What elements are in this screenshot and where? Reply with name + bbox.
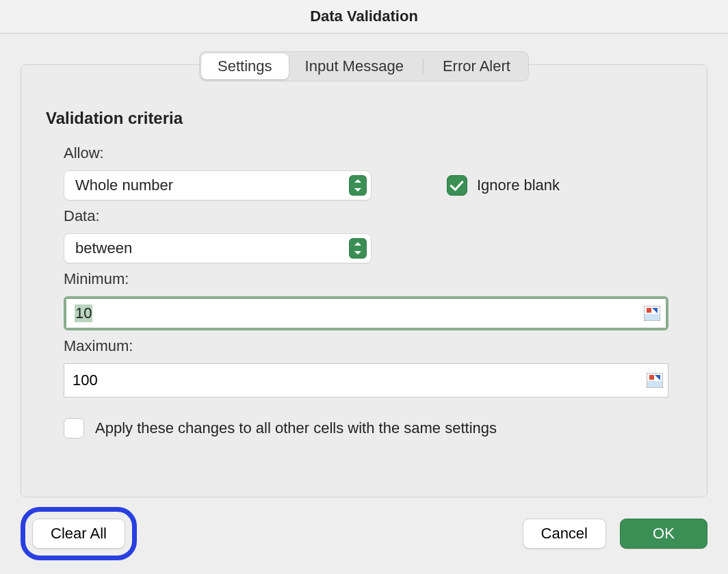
updown-chevron-icon xyxy=(349,238,367,259)
minimum-label: Minimum: xyxy=(64,270,685,288)
tab-separator xyxy=(423,59,424,74)
dialog-title: Data Validation xyxy=(0,0,728,34)
apply-all-label: Apply these changes to all other cells w… xyxy=(95,419,497,437)
updown-chevron-icon xyxy=(349,175,367,196)
tab-group: Settings Input Message Error Alert xyxy=(199,51,529,81)
data-value: between xyxy=(75,239,132,257)
cell-reference-icon[interactable] xyxy=(647,373,663,388)
maximum-field-wrap xyxy=(64,363,668,397)
ignore-blank-checkbox[interactable]: Ignore blank xyxy=(447,175,560,196)
minimum-field-wrap: 10 xyxy=(64,296,668,330)
clear-all-button[interactable]: Clear All xyxy=(32,519,125,549)
minimum-input[interactable] xyxy=(66,299,666,328)
cell-reference-icon[interactable] xyxy=(644,306,660,321)
checkbox-icon xyxy=(447,175,467,196)
cancel-button[interactable]: Cancel xyxy=(523,519,606,549)
svg-rect-2 xyxy=(647,308,651,313)
allow-value: Whole number xyxy=(75,177,173,194)
data-label: Data: xyxy=(64,207,685,225)
svg-rect-1 xyxy=(645,314,660,320)
settings-panel: Validation criteria Allow: Whole number … xyxy=(21,64,707,497)
maximum-label: Maximum: xyxy=(64,337,685,355)
tab-error-alert[interactable]: Error Alert xyxy=(426,53,527,79)
tab-bar: Settings Input Message Error Alert xyxy=(0,51,728,81)
maximum-input[interactable] xyxy=(64,363,668,397)
tab-input-message[interactable]: Input Message xyxy=(289,53,420,79)
allow-dropdown[interactable]: Whole number xyxy=(64,170,372,200)
data-dropdown[interactable]: between xyxy=(64,233,372,263)
annotation-highlight: Clear All xyxy=(21,507,137,560)
dialog-footer: Clear All Cancel OK xyxy=(0,510,728,558)
apply-all-checkbox[interactable]: Apply these changes to all other cells w… xyxy=(64,418,685,439)
checkbox-icon xyxy=(64,418,84,439)
section-title: Validation criteria xyxy=(46,109,685,128)
ignore-blank-label: Ignore blank xyxy=(477,177,560,194)
svg-rect-6 xyxy=(649,375,654,380)
allow-label: Allow: xyxy=(64,144,685,162)
svg-rect-5 xyxy=(647,381,662,387)
tab-settings[interactable]: Settings xyxy=(201,53,289,79)
ok-button[interactable]: OK xyxy=(620,519,707,549)
